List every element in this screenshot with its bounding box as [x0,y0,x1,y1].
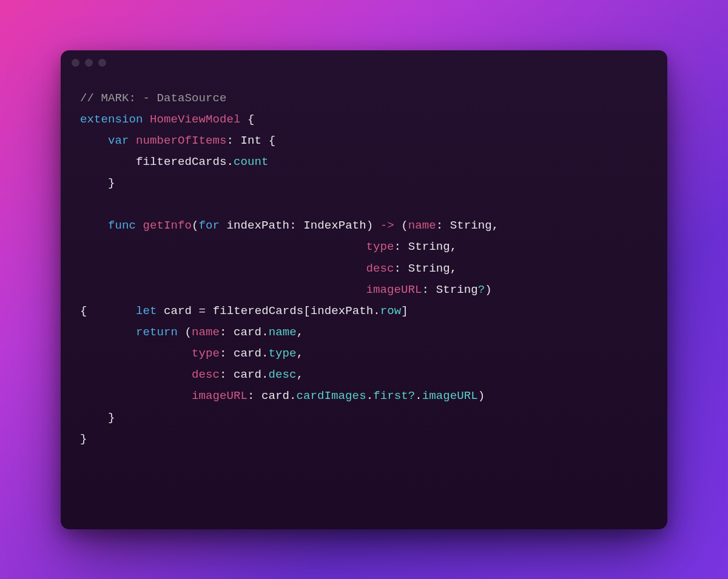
op-optional: ? [408,389,416,403]
label-name: name [192,326,220,339]
param-indexPath: indexPath [227,219,290,232]
rparen: ) [366,219,374,232]
var-filteredCards: filteredCards [136,155,227,169]
label-type: type [192,347,220,360]
var-card: card [234,326,261,339]
colon: : [394,240,402,253]
member-desc: desc [269,368,297,381]
type-HomeViewModel: HomeViewModel [150,113,241,126]
minimize-icon[interactable] [85,59,93,67]
rparen: ) [485,283,492,296]
keyword-for: for [199,219,220,232]
gradient-background: // MARK: - DataSource extension HomeView… [0,0,728,579]
brace: { [80,304,87,318]
code-comment: // MARK: - DataSource [80,92,227,105]
comma: , [450,262,457,275]
var-filteredCards: filteredCards [213,304,304,318]
type-String: String [408,262,450,275]
colon: : [436,219,443,232]
member-type: type [269,347,297,360]
dot: . [227,155,234,169]
dot: . [415,389,422,403]
code-window: // MARK: - DataSource extension HomeView… [61,50,667,529]
indent [80,219,108,232]
comma: , [297,347,304,360]
comma: , [297,326,304,339]
pad [80,240,366,253]
label-desc: desc [192,368,220,381]
keyword-func: func [108,219,136,232]
code-block: // MARK: - DataSource extension HomeView… [61,76,667,467]
pad [87,304,136,318]
var-indexPath: indexPath [311,304,374,318]
indent [80,155,136,169]
dot: . [289,389,297,403]
colon: : [227,134,234,147]
type-String: String [408,240,450,253]
brace: } [108,176,115,190]
label-imageURL: imageURL [366,283,422,296]
keyword-return: return [136,326,178,339]
keyword-extension: extension [80,113,143,126]
lparen: ( [192,219,199,232]
type-String: String [450,219,492,232]
var-card: card [261,389,289,403]
op-eq: = [199,304,206,318]
colon: : [422,283,430,296]
lparen: ( [401,219,408,232]
lbracket: [ [303,304,311,318]
label-desc: desc [366,262,394,275]
brace: { [241,113,255,126]
dot: . [261,347,269,360]
member-imageURL: imageURL [422,389,478,403]
pad [80,262,366,275]
member-name: name [269,326,297,339]
op-optional: ? [478,283,485,296]
dot: . [366,389,374,403]
keyword-let: let [136,304,157,318]
var-card: card [164,304,192,318]
colon: : [248,389,255,403]
colon: : [220,368,227,381]
indent [80,134,108,147]
window-titlebar [61,50,667,76]
keyword-var: var [108,134,129,147]
prop-numberOfItems: numberOfItems [136,134,227,147]
rbracket: ] [401,304,408,318]
type-Int: Int [241,134,262,147]
colon: : [289,219,297,232]
colon: : [394,262,402,275]
zoom-icon[interactable] [98,59,106,67]
member-cardImages: cardImages [297,389,366,403]
indent [80,176,108,190]
dot: . [373,304,380,318]
pad [80,389,192,403]
colon: : [220,326,227,339]
func-getInfo: getInfo [143,219,192,232]
label-name: name [408,219,436,232]
member-count: count [234,155,269,169]
comma: , [450,240,457,253]
type-IndexPath: IndexPath [303,219,366,232]
close-icon[interactable] [72,59,79,67]
indent [80,326,136,339]
label-imageURL: imageURL [192,389,248,403]
label-type: type [366,240,394,253]
member-row: row [380,304,402,318]
rparen: ) [478,389,485,403]
pad [80,283,366,296]
lparen: ( [185,326,192,339]
dot: . [261,326,269,339]
indent [80,411,108,424]
var-card: card [234,368,261,381]
comma: , [492,219,499,232]
op-arrow: -> [380,219,394,232]
pad [80,347,192,360]
type-String: String [436,283,478,296]
brace: { [261,134,275,147]
brace: } [108,411,115,424]
dot: . [261,368,269,381]
member-first: first [373,389,408,403]
brace: } [80,432,87,446]
colon: : [220,347,227,360]
